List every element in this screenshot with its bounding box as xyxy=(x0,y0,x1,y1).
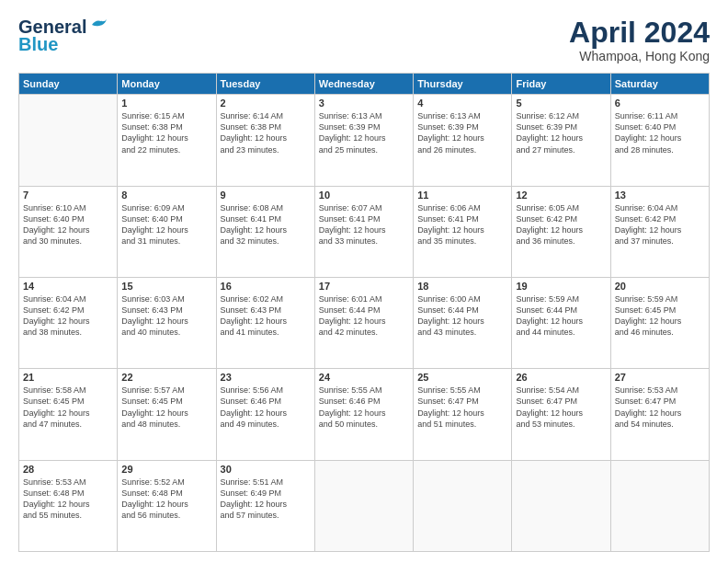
day-cell: 22Sunrise: 5:57 AM Sunset: 6:45 PM Dayli… xyxy=(118,369,216,460)
weekday-header-row: SundayMondayTuesdayWednesdayThursdayFrid… xyxy=(19,74,710,95)
day-number: 3 xyxy=(319,98,409,109)
day-cell: 11Sunrise: 6:06 AM Sunset: 6:41 PM Dayli… xyxy=(414,186,512,277)
day-number: 22 xyxy=(121,372,211,383)
day-cell: 24Sunrise: 5:55 AM Sunset: 6:46 PM Dayli… xyxy=(314,369,413,460)
day-info: Sunrise: 6:08 AM Sunset: 6:41 PM Dayligh… xyxy=(221,202,311,247)
day-cell: 26Sunrise: 5:54 AM Sunset: 6:47 PM Dayli… xyxy=(512,369,610,460)
logo: General Blue xyxy=(18,17,108,55)
day-number: 14 xyxy=(23,281,113,292)
day-number: 13 xyxy=(615,190,705,201)
day-number: 20 xyxy=(615,281,705,292)
day-cell: 29Sunrise: 5:52 AM Sunset: 6:48 PM Dayli… xyxy=(118,460,216,551)
day-cell: 7Sunrise: 6:10 AM Sunset: 6:40 PM Daylig… xyxy=(19,186,118,277)
day-info: Sunrise: 6:01 AM Sunset: 6:44 PM Dayligh… xyxy=(319,293,409,339)
day-number: 4 xyxy=(417,98,507,109)
day-info: Sunrise: 5:56 AM Sunset: 6:46 PM Dayligh… xyxy=(221,385,311,430)
day-info: Sunrise: 6:12 AM Sunset: 6:39 PM Dayligh… xyxy=(516,110,606,155)
day-info: Sunrise: 5:52 AM Sunset: 6:48 PM Dayligh… xyxy=(121,477,211,522)
day-cell: 15Sunrise: 6:03 AM Sunset: 6:43 PM Dayli… xyxy=(118,277,216,368)
weekday-header-thursday: Thursday xyxy=(414,74,512,95)
day-cell: 20Sunrise: 5:59 AM Sunset: 6:45 PM Dayli… xyxy=(610,277,709,368)
day-info: Sunrise: 5:59 AM Sunset: 6:44 PM Dayligh… xyxy=(516,293,606,339)
title-block: April 2024 Whampoa, Hong Kong xyxy=(569,17,710,63)
day-info: Sunrise: 6:13 AM Sunset: 6:39 PM Dayligh… xyxy=(417,110,507,155)
day-number: 25 xyxy=(417,372,507,383)
day-cell: 21Sunrise: 5:58 AM Sunset: 6:45 PM Dayli… xyxy=(19,369,118,460)
day-cell: 10Sunrise: 6:07 AM Sunset: 6:41 PM Dayli… xyxy=(314,186,413,277)
day-number: 27 xyxy=(615,372,705,383)
day-number: 29 xyxy=(121,464,211,475)
day-cell: 6Sunrise: 6:11 AM Sunset: 6:40 PM Daylig… xyxy=(610,95,709,186)
day-cell: 13Sunrise: 6:04 AM Sunset: 6:42 PM Dayli… xyxy=(610,186,709,277)
day-number: 21 xyxy=(23,372,113,383)
day-cell: 8Sunrise: 6:09 AM Sunset: 6:40 PM Daylig… xyxy=(118,186,216,277)
day-info: Sunrise: 5:51 AM Sunset: 6:49 PM Dayligh… xyxy=(221,477,311,522)
day-number: 15 xyxy=(121,281,211,292)
day-number: 7 xyxy=(23,190,113,201)
day-cell: 18Sunrise: 6:00 AM Sunset: 6:44 PM Dayli… xyxy=(414,277,512,368)
day-number: 6 xyxy=(615,98,705,109)
day-info: Sunrise: 6:14 AM Sunset: 6:38 PM Dayligh… xyxy=(221,110,311,155)
day-cell: 1Sunrise: 6:15 AM Sunset: 6:38 PM Daylig… xyxy=(118,95,216,186)
day-number: 26 xyxy=(516,372,606,383)
header: General Blue April 2024 Whampoa, Hong Ko… xyxy=(18,17,710,63)
day-number: 8 xyxy=(121,190,211,201)
day-cell: 3Sunrise: 6:13 AM Sunset: 6:39 PM Daylig… xyxy=(314,95,413,186)
day-number: 19 xyxy=(516,281,606,292)
day-info: Sunrise: 6:00 AM Sunset: 6:44 PM Dayligh… xyxy=(417,293,507,339)
day-cell xyxy=(610,460,709,551)
day-info: Sunrise: 6:09 AM Sunset: 6:40 PM Dayligh… xyxy=(121,202,211,247)
day-cell: 12Sunrise: 6:05 AM Sunset: 6:42 PM Dayli… xyxy=(512,186,610,277)
day-number: 17 xyxy=(319,281,409,292)
logo-bird-icon xyxy=(88,17,108,34)
day-number: 11 xyxy=(417,190,507,201)
day-info: Sunrise: 6:05 AM Sunset: 6:42 PM Dayligh… xyxy=(516,202,606,247)
day-number: 2 xyxy=(221,98,311,109)
day-number: 12 xyxy=(516,190,606,201)
day-cell: 5Sunrise: 6:12 AM Sunset: 6:39 PM Daylig… xyxy=(512,95,610,186)
day-info: Sunrise: 5:54 AM Sunset: 6:47 PM Dayligh… xyxy=(516,385,606,430)
weekday-header-tuesday: Tuesday xyxy=(216,74,314,95)
day-cell: 27Sunrise: 5:53 AM Sunset: 6:47 PM Dayli… xyxy=(610,369,709,460)
month-title: April 2024 xyxy=(569,17,710,49)
day-number: 28 xyxy=(23,464,113,475)
day-info: Sunrise: 5:57 AM Sunset: 6:45 PM Dayligh… xyxy=(121,385,211,430)
weekday-header-wednesday: Wednesday xyxy=(314,74,413,95)
day-cell: 28Sunrise: 5:53 AM Sunset: 6:48 PM Dayli… xyxy=(19,460,118,551)
day-number: 9 xyxy=(221,190,311,201)
week-row-1: 1Sunrise: 6:15 AM Sunset: 6:38 PM Daylig… xyxy=(19,95,710,186)
day-number: 1 xyxy=(121,98,211,109)
day-info: Sunrise: 5:53 AM Sunset: 6:47 PM Dayligh… xyxy=(615,385,705,430)
day-cell: 9Sunrise: 6:08 AM Sunset: 6:41 PM Daylig… xyxy=(216,186,314,277)
day-cell: 19Sunrise: 5:59 AM Sunset: 6:44 PM Dayli… xyxy=(512,277,610,368)
location-title: Whampoa, Hong Kong xyxy=(569,49,710,63)
day-info: Sunrise: 6:07 AM Sunset: 6:41 PM Dayligh… xyxy=(319,202,409,247)
weekday-header-saturday: Saturday xyxy=(610,74,709,95)
day-number: 23 xyxy=(221,372,311,383)
day-info: Sunrise: 6:06 AM Sunset: 6:41 PM Dayligh… xyxy=(417,202,507,247)
day-cell: 17Sunrise: 6:01 AM Sunset: 6:44 PM Dayli… xyxy=(314,277,413,368)
day-info: Sunrise: 5:58 AM Sunset: 6:45 PM Dayligh… xyxy=(23,385,113,430)
day-info: Sunrise: 6:10 AM Sunset: 6:40 PM Dayligh… xyxy=(23,202,113,247)
day-cell: 25Sunrise: 5:55 AM Sunset: 6:47 PM Dayli… xyxy=(414,369,512,460)
week-row-4: 21Sunrise: 5:58 AM Sunset: 6:45 PM Dayli… xyxy=(19,369,710,460)
day-cell xyxy=(19,95,118,186)
day-info: Sunrise: 6:13 AM Sunset: 6:39 PM Dayligh… xyxy=(319,110,409,155)
weekday-header-friday: Friday xyxy=(512,74,610,95)
day-number: 16 xyxy=(221,281,311,292)
day-info: Sunrise: 5:59 AM Sunset: 6:45 PM Dayligh… xyxy=(615,293,705,339)
day-cell xyxy=(314,460,413,551)
logo-blue: Blue xyxy=(18,34,58,55)
day-info: Sunrise: 6:04 AM Sunset: 6:42 PM Dayligh… xyxy=(23,293,113,339)
day-cell: 2Sunrise: 6:14 AM Sunset: 6:38 PM Daylig… xyxy=(216,95,314,186)
day-info: Sunrise: 6:11 AM Sunset: 6:40 PM Dayligh… xyxy=(615,110,705,155)
day-number: 24 xyxy=(319,372,409,383)
day-number: 10 xyxy=(319,190,409,201)
day-cell: 30Sunrise: 5:51 AM Sunset: 6:49 PM Dayli… xyxy=(216,460,314,551)
day-cell: 23Sunrise: 5:56 AM Sunset: 6:46 PM Dayli… xyxy=(216,369,314,460)
day-info: Sunrise: 6:04 AM Sunset: 6:42 PM Dayligh… xyxy=(615,202,705,247)
week-row-3: 14Sunrise: 6:04 AM Sunset: 6:42 PM Dayli… xyxy=(19,277,710,368)
day-info: Sunrise: 6:03 AM Sunset: 6:43 PM Dayligh… xyxy=(121,293,211,339)
day-cell xyxy=(512,460,610,551)
weekday-header-monday: Monday xyxy=(118,74,216,95)
